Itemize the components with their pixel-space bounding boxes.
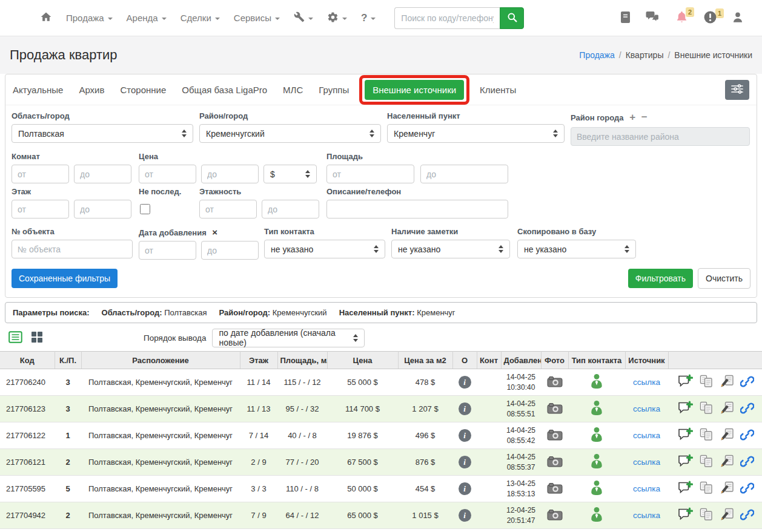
grid-view-button[interactable] [31,331,43,345]
district-select[interactable]: Кременчугский [199,124,381,143]
info-icon[interactable]: i [459,429,471,442]
plus-icon[interactable]: + [629,111,635,123]
info-icon[interactable]: i [459,482,471,495]
breadcrumb-link-sale[interactable]: Продажа [579,50,614,60]
copy-edit-icon[interactable] [720,481,734,496]
floor-to-input[interactable] [74,200,131,218]
nav-menu-services[interactable]: Сервисы [234,13,280,23]
camera-icon[interactable] [547,482,563,496]
camera-icon[interactable] [547,402,563,416]
source-link[interactable]: ссылка [633,511,660,520]
price-from-input[interactable] [139,165,196,183]
date-from-input[interactable] [139,241,196,260]
person-icon[interactable] [590,453,603,471]
info-icon[interactable]: i [459,376,471,389]
chat-plus-icon[interactable] [677,454,693,470]
sort-order-select[interactable]: по дате добавления (сначала новые) [212,329,365,347]
person-icon[interactable] [590,480,603,498]
nav-menu-sale[interactable]: Продажа [66,13,113,23]
tab-liga-pro-base[interactable]: Общая база LigaPro [182,85,267,95]
source-link[interactable]: ссылка [633,484,660,493]
chat-plus-icon[interactable] [677,427,693,444]
link-icon[interactable] [740,401,754,417]
person-icon[interactable] [590,400,603,418]
region-select[interactable]: Полтавская [12,124,193,143]
source-link[interactable]: ссылка [633,378,660,387]
currency-select[interactable]: $ [263,165,317,183]
contact-type-select[interactable]: не указано [264,240,385,258]
info-icon[interactable]: i [459,509,471,522]
help-menu[interactable]: ? [361,12,376,24]
floors-total-to-input[interactable] [262,200,319,218]
info-icon[interactable]: i [459,456,471,468]
person-icon[interactable] [590,373,603,391]
filter-button[interactable]: Фильтровать [628,269,693,288]
tab-clients[interactable]: Клиенты [480,85,516,95]
tab-current[interactable]: Актуальные [13,85,63,95]
profile-button[interactable] [732,11,744,25]
clear-button[interactable]: Очистить [698,268,750,289]
floor-from-input[interactable] [12,200,69,218]
rooms-from-input[interactable] [12,165,69,183]
camera-icon[interactable] [547,509,563,522]
chat-plus-icon[interactable] [677,481,693,497]
object-id-input[interactable] [12,240,133,258]
area-to-input[interactable] [420,165,508,183]
tab-mls[interactable]: МЛС [283,85,303,95]
tab-third-party[interactable]: Сторонние [120,85,166,95]
home-button[interactable] [40,11,52,25]
list-view-button[interactable] [8,331,22,345]
camera-icon[interactable] [547,456,563,469]
city-district-input[interactable] [571,127,750,146]
camera-icon[interactable] [547,429,563,442]
source-link[interactable]: ссылка [633,431,660,440]
description-input[interactable] [326,200,508,218]
link-icon[interactable] [740,455,754,470]
journal-button[interactable] [620,11,631,25]
person-icon[interactable] [590,507,603,524]
note-select[interactable]: не указано [391,240,510,258]
copy-edit-icon[interactable] [720,508,734,523]
tab-groups[interactable]: Группы [319,85,349,95]
settlement-select[interactable]: Кременчуг [387,124,565,143]
alerts-button[interactable]: 1 [703,10,717,26]
area-from-input[interactable] [326,165,414,183]
tab-external-sources[interactable]: Внешние источники [365,80,464,100]
source-link[interactable]: ссылка [633,404,660,413]
chat-plus-icon[interactable] [677,374,693,390]
source-link[interactable]: ссылка [633,458,660,467]
copy-icon[interactable] [699,455,714,470]
search-input[interactable] [394,7,500,29]
saved-filters-button[interactable]: Сохраненные фильтры [12,269,118,288]
chat-plus-icon[interactable] [677,507,693,524]
copy-icon[interactable] [699,375,714,390]
settings-menu[interactable] [327,11,347,25]
tools-menu[interactable] [294,11,313,24]
copied-select[interactable]: не указано [517,240,636,258]
minus-icon[interactable]: − [641,111,648,123]
copy-icon[interactable] [699,508,714,523]
link-icon[interactable] [740,375,754,390]
floors-total-from-input[interactable] [199,200,257,218]
link-icon[interactable] [740,481,754,497]
camera-icon[interactable] [547,376,563,389]
nav-menu-deals[interactable]: Сделки [181,13,220,23]
chat-plus-icon[interactable] [677,401,693,417]
rooms-to-input[interactable] [74,165,131,183]
link-icon[interactable] [740,428,754,444]
clear-date-icon[interactable]: × [212,227,217,237]
copy-icon[interactable] [699,428,714,443]
tab-archive[interactable]: Архив [79,85,104,95]
filter-settings-button[interactable] [725,80,749,100]
person-icon[interactable] [590,427,603,444]
search-button[interactable] [500,7,524,29]
link-icon[interactable] [740,508,754,524]
copy-edit-icon[interactable] [720,428,734,443]
info-icon[interactable]: i [459,402,471,415]
price-to-input[interactable] [201,165,259,183]
messages-button[interactable] [645,11,660,25]
copy-edit-icon[interactable] [720,455,734,470]
copy-icon[interactable] [699,481,714,496]
notifications-button[interactable]: 2 [675,10,689,26]
date-to-input[interactable] [201,241,259,260]
